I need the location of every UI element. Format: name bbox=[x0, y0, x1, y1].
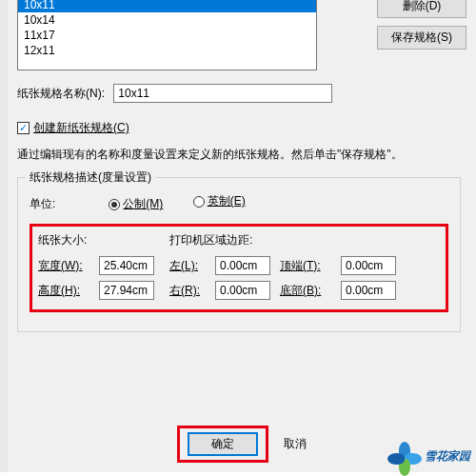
ok-button[interactable]: 确定 bbox=[188, 432, 258, 456]
left-label: 左(L): bbox=[169, 258, 208, 274]
height-label: 高度(H): bbox=[38, 283, 91, 299]
list-item[interactable]: 10x14 bbox=[18, 12, 316, 28]
list-item[interactable]: 10x11 bbox=[18, 0, 316, 12]
metric-radio[interactable]: 公制(M) bbox=[109, 196, 163, 212]
size-heading: 纸张大小: bbox=[38, 232, 162, 248]
create-new-label: 创建新纸张规格(C) bbox=[33, 120, 129, 136]
cancel-button[interactable]: 取消 bbox=[284, 436, 307, 452]
top-label: 顶端(T): bbox=[280, 258, 333, 274]
save-spec-button[interactable]: 保存规格(S) bbox=[377, 26, 466, 50]
name-label: 纸张规格名称(N): bbox=[17, 86, 105, 102]
right-input[interactable]: 0.00cm bbox=[215, 281, 270, 300]
snowflake-icon bbox=[390, 442, 419, 470]
watermark: 雪花家园 bbox=[390, 442, 470, 470]
bottom-input[interactable]: 0.00cm bbox=[341, 281, 396, 300]
bottom-label: 底部(B): bbox=[280, 283, 333, 299]
top-input[interactable]: 0.00cm bbox=[341, 256, 396, 275]
spec-fieldset: 纸张规格描述(度量设置) 单位: 公制(M) 英制(E) 纸张大小: 打印机区域… bbox=[17, 177, 461, 332]
width-label: 宽度(W): bbox=[38, 258, 91, 274]
left-input[interactable]: 0.00cm bbox=[215, 256, 270, 275]
name-input[interactable]: 10x11 bbox=[113, 84, 332, 103]
list-item[interactable]: 12x11 bbox=[18, 43, 316, 58]
right-label: 右(R): bbox=[169, 283, 208, 299]
width-input[interactable]: 25.40cm bbox=[99, 256, 154, 275]
imperial-radio[interactable]: 英制(E) bbox=[193, 193, 246, 209]
paper-size-list[interactable]: 10x11 10x14 11x17 12x11 bbox=[17, 0, 317, 70]
watermark-text: 雪花家园 bbox=[425, 448, 470, 465]
margin-heading: 打印机区域边距: bbox=[169, 232, 398, 248]
delete-button[interactable]: 删除(D) bbox=[377, 0, 466, 18]
list-item[interactable]: 11x17 bbox=[18, 28, 316, 43]
radio-icon bbox=[109, 199, 120, 210]
height-input[interactable]: 27.94cm bbox=[99, 281, 154, 300]
radio-icon bbox=[193, 196, 205, 208]
fieldset-legend: 纸张规格描述(度量设置) bbox=[26, 169, 155, 186]
create-new-checkbox[interactable]: ✓ 创建新纸张规格(C) bbox=[17, 120, 129, 136]
check-icon: ✓ bbox=[17, 122, 30, 134]
units-label: 单位: bbox=[30, 196, 106, 212]
instruction-text: 通过编辑现有的名称和度量设置来定义新的纸张规格。然后单击"保存规格"。 bbox=[17, 146, 417, 164]
highlighted-region: 纸张大小: 打印机区域边距: 宽度(W): 25.40cm 左(L): 0.00… bbox=[30, 224, 448, 312]
ok-highlight: 确定 bbox=[177, 426, 268, 463]
